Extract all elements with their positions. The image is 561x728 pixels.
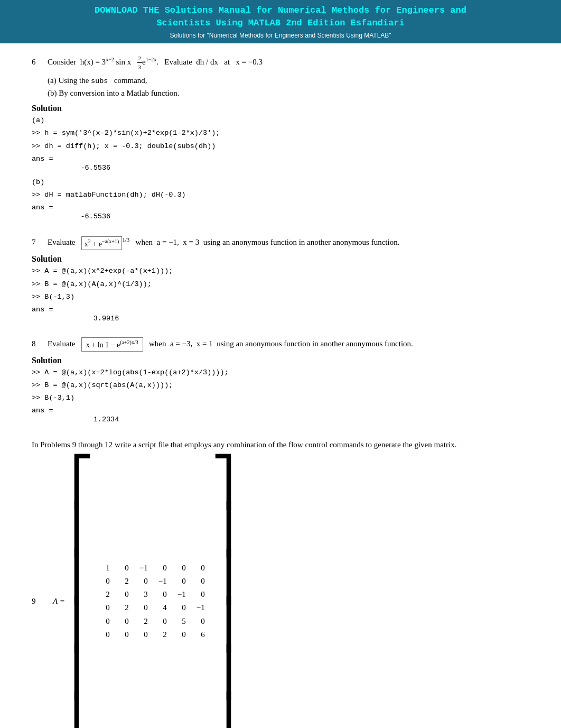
solution-8-code-3: >> B(-3,1) bbox=[32, 393, 529, 403]
problem-6-text: Consider h(x) = 3x−2 sin x 2 3 e1−2x. Ev… bbox=[48, 54, 263, 72]
solution-8-ans-value: 1.2334 bbox=[63, 416, 529, 423]
solution-8-code-1: >> A = @(a,x)(x+2*log(abs(1-exp((a+2)*x/… bbox=[32, 367, 529, 378]
solution-6-code-1: >> h = sym('3^(x-2)*sin(x)+2*exp(1-2*x)/… bbox=[32, 128, 529, 139]
problem-9-num: 9 bbox=[32, 597, 48, 606]
solution-7-label: Solution bbox=[32, 254, 529, 264]
solution-6-code-2: >> dh = diff(h); x = -0.3; double(subs(d… bbox=[32, 141, 529, 152]
problem-9: 9 A = ⎡⎢⎢⎢⎢⎣ 1 0 −1 0 0 0 0 2 0 −1 bbox=[32, 458, 529, 728]
solution-7-ans-value: 3.9916 bbox=[63, 315, 529, 322]
problem-6-header: 6 Consider h(x) = 3x−2 sin x 2 3 e1−2x. … bbox=[32, 54, 529, 72]
header-line2: Scientists Using MATLAB 2nd Edition Esfa… bbox=[5, 17, 556, 30]
solution-7-ans-label: ans = bbox=[32, 306, 529, 314]
problem-8-num: 8 bbox=[32, 339, 48, 348]
problem-8-text: Evaluate x + ln 1 − e(a+2)x/3 when a = −… bbox=[48, 337, 413, 352]
solution-6-code-3: >> dH = matlabFunction(dh); dH(-0.3) bbox=[32, 190, 529, 200]
matrix-row-2: 0 2 0 −1 0 0 bbox=[97, 575, 208, 588]
main-content: 6 Consider h(x) = 3x−2 sin x 2 3 e1−2x. … bbox=[0, 43, 561, 728]
matrix-body: 1 0 −1 0 0 0 0 2 0 −1 0 0 2 0 bbox=[97, 561, 208, 642]
matrix-row-1: 1 0 −1 0 0 0 bbox=[97, 561, 208, 575]
solution-7-code-1: >> A = @(a,x)(x^2+exp(-a*(x+1))); bbox=[32, 266, 529, 277]
solution-8-ans-label: ans = bbox=[32, 407, 529, 414]
solution-6-part-a-label: (a) bbox=[32, 115, 529, 126]
solution-8-code-2: >> B = @(a,x)(sqrt(abs(A(a,x)))); bbox=[32, 380, 529, 391]
solution-8-label: Solution bbox=[32, 356, 529, 365]
problem-7: 7 Evaluate x2 + e−a(x+1)1/3 when a = −1,… bbox=[32, 235, 529, 322]
problem-6-num: 6 bbox=[32, 58, 48, 67]
matrix-row-6: 0 0 0 2 0 6 bbox=[97, 628, 208, 641]
solution-6-ans-label-1: ans = bbox=[32, 155, 529, 163]
problem-6: 6 Consider h(x) = 3x−2 sin x 2 3 e1−2x. … bbox=[32, 54, 529, 221]
problem-8-header: 8 Evaluate x + ln 1 − e(a+2)x/3 when a =… bbox=[32, 337, 529, 352]
header-banner: DOWNLOAD THE Solutions Manual for Numeri… bbox=[0, 0, 561, 32]
matrix-row-3: 2 0 3 0 −1 0 bbox=[97, 588, 208, 601]
header-line1: DOWNLOAD THE Solutions Manual for Numeri… bbox=[5, 4, 556, 17]
problem-7-num: 7 bbox=[32, 238, 48, 247]
solution-6-ans-value-1: -6.5536 bbox=[63, 164, 529, 172]
matrix-right-bracket: ⎤⎥⎥⎥⎥⎦ bbox=[211, 458, 235, 728]
solution-7-code-2: >> B = @(a,x)(A(a,x)^(1/3)); bbox=[32, 279, 529, 290]
problem-7-header: 7 Evaluate x2 + e−a(x+1)1/3 when a = −1,… bbox=[32, 235, 529, 250]
solution-6-part-b-label: (b) bbox=[32, 177, 529, 188]
problem-6-part-a: (a) Using the subs command, bbox=[48, 74, 529, 87]
problem-7-text: Evaluate x2 + e−a(x+1)1/3 when a = −1, x… bbox=[48, 235, 399, 250]
matrix-row-4: 0 2 0 4 0 −1 bbox=[97, 601, 208, 614]
solution-7-code-3: >> B(-1,3) bbox=[32, 292, 529, 302]
problem-6-part-b: (b) By conversion into a Matlab function… bbox=[48, 87, 529, 99]
header-subtitle: Solutions for "Numerical Methods for Eng… bbox=[0, 32, 561, 43]
solution-6-ans-label-2: ans = bbox=[32, 204, 529, 211]
subtitle-text: Solutions for "Numerical Methods for Eng… bbox=[170, 32, 391, 39]
solution-6-label: Solution bbox=[32, 104, 529, 113]
intro-9-12: In Problems 9 through 12 write a script … bbox=[32, 438, 529, 451]
matrix-row-5: 0 0 2 0 5 0 bbox=[97, 615, 208, 628]
problem-9-matrix-label: A = bbox=[53, 597, 65, 606]
solution-6-ans-value-2: -6.5536 bbox=[63, 213, 529, 220]
matrix-left-bracket: ⎡⎢⎢⎢⎢⎣ bbox=[70, 458, 94, 728]
problem-8: 8 Evaluate x + ln 1 − e(a+2)x/3 when a =… bbox=[32, 337, 529, 423]
